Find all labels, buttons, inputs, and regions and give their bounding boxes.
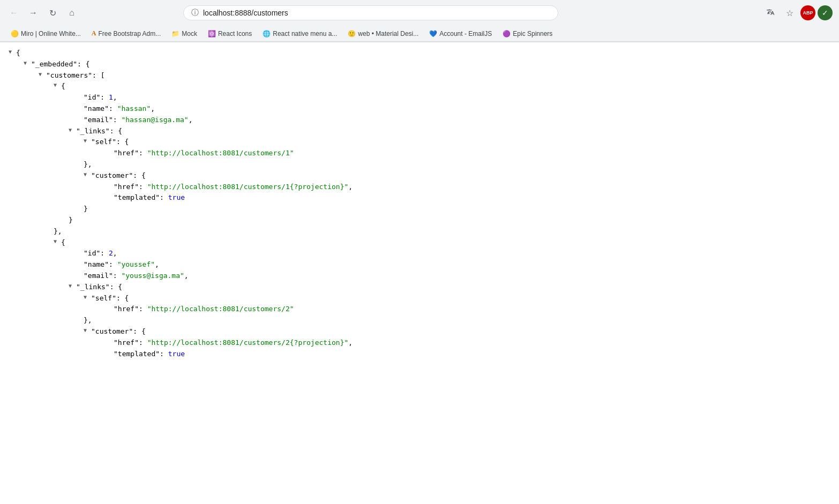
bookmark-material-label: web • Material Desi... — [358, 30, 418, 37]
mock-icon: 📁 — [171, 30, 179, 37]
root-open: { — [9, 48, 830, 59]
c1-self-line: "self": { — [9, 137, 830, 148]
c2-toggle[interactable] — [54, 237, 61, 246]
customers-key: "customers" — [46, 70, 92, 81]
c1-close-line: }, — [9, 226, 830, 237]
c2-links-toggle[interactable] — [69, 282, 76, 290]
bookmark-bootstrap-label: Free Bootstrap Adm... — [99, 30, 161, 37]
c1-customer-close-line: } — [9, 204, 830, 215]
reload-button[interactable]: ↻ — [45, 5, 60, 20]
customers-line: "customers": [ — [9, 70, 830, 81]
bookmark-react-icons[interactable]: ⚛️ React Icons — [204, 28, 256, 39]
c1-links-toggle[interactable] — [69, 126, 76, 134]
address-bar: ⓘ — [183, 5, 558, 20]
browser-toolbar: ← → ↻ ⌂ ⓘ ☆ ABP ✓ — [0, 0, 839, 26]
c2-customer-href-line: "href": "http://localhost:8081/customers… — [9, 337, 830, 349]
bookmark-material[interactable]: 🙂 web • Material Desi... — [343, 28, 423, 39]
c1-open-line: { — [9, 81, 830, 92]
c2-customer-toggle[interactable] — [84, 326, 91, 335]
c1-toggle[interactable] — [54, 81, 61, 89]
bookmarks-bar: 🟡 Miro | Online White... A Free Bootstra… — [0, 26, 839, 42]
c1-customer-line: "customer": { — [9, 170, 830, 182]
c2-name-line: "name": "youssef", — [9, 259, 830, 270]
material-icon: 🙂 — [348, 30, 356, 37]
bookmark-miro-label: Miro | Online White... — [21, 30, 81, 37]
bootstrap-icon: A — [92, 29, 96, 37]
react-native-icon: 🌐 — [263, 30, 271, 37]
c1-links-close-line: } — [9, 215, 830, 226]
epic-spinners-icon: 🟣 — [503, 30, 511, 37]
emailjs-icon: 💙 — [429, 30, 437, 37]
c2-links-line: "_links": { — [9, 282, 830, 293]
c1-self-close-line: }, — [9, 159, 830, 170]
embedded-key: "_embedded" — [31, 59, 77, 70]
c1-customer-templated-line: "templated": true — [9, 192, 830, 204]
json-content-area: { "_embedded": { "customers": [ { "id": … — [0, 42, 839, 498]
c2-id-line: "id": 2, — [9, 248, 830, 259]
root-brace-open: { — [16, 48, 20, 59]
root-toggle[interactable] — [9, 48, 16, 56]
back-button[interactable]: ← — [6, 5, 21, 20]
customers-toggle[interactable] — [39, 70, 46, 79]
c1-email-line: "email": "hassan@isga.ma", — [9, 115, 830, 126]
c2-self-toggle[interactable] — [84, 293, 91, 302]
bookmark-button[interactable]: ☆ — [781, 4, 798, 21]
home-button[interactable]: ⌂ — [64, 5, 79, 20]
translate-button[interactable] — [762, 4, 779, 21]
ext-icon[interactable]: ✓ — [818, 5, 833, 20]
c2-customer-templated-line: "templated": true — [9, 349, 830, 360]
c1-self-toggle[interactable] — [84, 137, 91, 145]
c1-name-line: "name": "hassan", — [9, 103, 830, 115]
c1-customer-href-line: "href": "http://localhost:8081/customers… — [9, 182, 830, 193]
c1-self-href-line: "href": "http://localhost:8081/customers… — [9, 148, 830, 159]
bookmark-emailjs[interactable]: 💙 Account - EmailJS — [425, 28, 496, 39]
miro-icon: 🟡 — [11, 30, 19, 37]
c1-id-line: "id": 1, — [9, 92, 830, 103]
bookmark-react-native-label: React native menu a... — [273, 30, 337, 37]
c2-email-line: "email": "youss@isga.ma", — [9, 270, 830, 282]
security-icon: ⓘ — [191, 8, 199, 18]
bookmark-mock[interactable]: 📁 Mock — [167, 28, 201, 39]
embedded-toggle[interactable] — [24, 59, 31, 67]
c2-self-line: "self": { — [9, 293, 830, 304]
c1-customer-toggle[interactable] — [84, 170, 91, 179]
forward-button[interactable]: → — [26, 5, 41, 20]
url-input[interactable] — [203, 9, 550, 17]
bookmark-react-native[interactable]: 🌐 React native menu a... — [258, 28, 341, 39]
bookmark-epic-spinners-label: Epic Spinners — [513, 30, 552, 37]
bookmark-epic-spinners[interactable]: 🟣 Epic Spinners — [498, 28, 557, 39]
c2-self-href-line: "href": "http://localhost:8081/customers… — [9, 304, 830, 315]
react-icons-icon: ⚛️ — [208, 30, 216, 37]
c2-customer-line: "customer": { — [9, 326, 830, 337]
bookmark-bootstrap[interactable]: A Free Bootstrap Adm... — [87, 28, 165, 39]
bookmark-emailjs-label: Account - EmailJS — [439, 30, 492, 37]
embedded-line: "_embedded": { — [9, 59, 830, 70]
bookmark-miro[interactable]: 🟡 Miro | Online White... — [6, 28, 85, 39]
toolbar-right: ☆ ABP ✓ — [762, 4, 833, 21]
browser-chrome: ← → ↻ ⌂ ⓘ ☆ ABP ✓ 🟡 Miro | Online White.… — [0, 0, 839, 42]
bookmark-react-icons-label: React Icons — [218, 30, 252, 37]
c2-self-close-line: }, — [9, 315, 830, 326]
bookmark-mock-label: Mock — [182, 30, 197, 37]
abp-extension[interactable]: ABP — [800, 5, 815, 20]
c1-links-line: "_links": { — [9, 126, 830, 137]
c2-open-line: { — [9, 237, 830, 249]
